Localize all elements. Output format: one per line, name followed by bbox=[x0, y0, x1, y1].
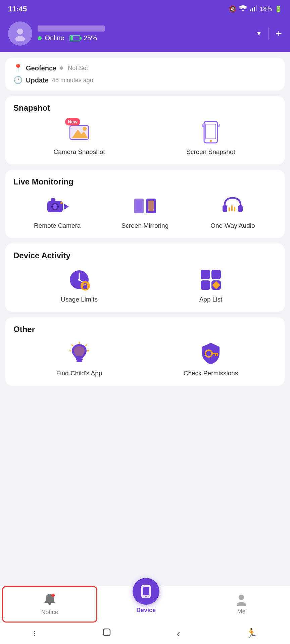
svg-rect-24 bbox=[136, 201, 142, 211]
app-list-label: App List bbox=[199, 296, 223, 303]
update-row: 🕐 Update 48 minutes ago bbox=[13, 76, 277, 85]
svg-point-21 bbox=[60, 202, 62, 204]
screen-snapshot-label: Screen Snapshot bbox=[186, 148, 235, 156]
app-list-item[interactable]: App List bbox=[145, 268, 277, 303]
find-childs-app-item[interactable]: Find Child's App bbox=[13, 341, 145, 377]
usage-limits-icon-box bbox=[67, 268, 91, 292]
nav-notice[interactable]: Notice bbox=[2, 586, 97, 623]
header-status: Online 25% bbox=[38, 34, 250, 42]
svg-point-5 bbox=[15, 36, 25, 41]
snapshot-title: Snapshot bbox=[13, 103, 277, 113]
svg-rect-20 bbox=[51, 198, 55, 202]
nav-me[interactable]: Me bbox=[195, 586, 288, 623]
status-icons: 🔇 18% 🔋 bbox=[229, 5, 282, 13]
one-way-audio-item[interactable]: One-Way Audio bbox=[189, 194, 277, 229]
header-controls[interactable]: ▼ + bbox=[256, 28, 282, 40]
me-label: Me bbox=[237, 608, 245, 615]
svg-rect-11 bbox=[206, 124, 216, 139]
remote-camera-item[interactable]: Remote Camera bbox=[13, 194, 101, 229]
geofence-value: Not Set bbox=[68, 65, 88, 72]
menu-button[interactable]: ⫶ bbox=[33, 629, 37, 638]
check-permissions-item[interactable]: Check Permissions bbox=[145, 341, 277, 377]
screen-mirroring-label: Screen Mirroring bbox=[122, 222, 168, 229]
one-way-audio-label: One-Way Audio bbox=[210, 222, 255, 229]
one-way-audio-icon-box bbox=[221, 194, 245, 218]
svg-rect-54 bbox=[48, 603, 51, 605]
svg-point-35 bbox=[78, 279, 80, 281]
update-value: 48 minutes ago bbox=[52, 77, 93, 84]
battery-percent: 18% bbox=[260, 6, 272, 13]
svg-rect-3 bbox=[256, 5, 257, 11]
snapshot-section: Snapshot New Camera Snapshot bbox=[5, 96, 285, 164]
svg-rect-39 bbox=[211, 270, 221, 279]
svg-marker-22 bbox=[64, 204, 69, 210]
check-permissions-label: Check Permissions bbox=[184, 370, 238, 377]
usage-limits-item[interactable]: Usage Limits bbox=[13, 268, 145, 303]
remote-camera-icon-box bbox=[45, 194, 69, 218]
home-button[interactable] bbox=[102, 628, 111, 639]
status-bar: 11:45 🔇 18% 🔋 bbox=[0, 0, 290, 17]
svg-point-60 bbox=[237, 602, 246, 606]
live-monitoring-section: Live Monitoring bbox=[5, 170, 285, 238]
remote-camera-label: Remote Camera bbox=[34, 222, 81, 229]
svg-point-4 bbox=[17, 29, 23, 35]
other-section: Other bbox=[5, 317, 285, 386]
header-divider bbox=[269, 28, 269, 40]
svg-rect-26 bbox=[148, 201, 154, 211]
nav-device[interactable]: Device bbox=[99, 583, 193, 619]
svg-point-55 bbox=[51, 594, 55, 597]
update-icon: 🕐 bbox=[13, 76, 22, 85]
dropdown-arrow-icon[interactable]: ▼ bbox=[256, 30, 262, 37]
signal-icon bbox=[250, 5, 257, 13]
battery-icon-status: 🔋 bbox=[275, 5, 282, 13]
svg-rect-57 bbox=[143, 587, 149, 595]
device-label: Device bbox=[136, 607, 156, 614]
screen-snapshot-item[interactable]: Screen Snapshot bbox=[145, 120, 277, 156]
find-childs-app-label: Find Child's App bbox=[56, 370, 102, 377]
svg-rect-1 bbox=[252, 8, 253, 11]
status-time: 11:45 bbox=[8, 5, 27, 13]
header: Online 25% ▼ + bbox=[0, 17, 290, 52]
screen-mirroring-icon-box bbox=[133, 194, 157, 218]
svg-point-19 bbox=[53, 204, 57, 209]
geofence-icon: 📍 bbox=[13, 64, 22, 72]
svg-rect-30 bbox=[231, 205, 233, 211]
svg-point-16 bbox=[210, 140, 212, 142]
device-fab[interactable] bbox=[133, 578, 159, 605]
svg-rect-27 bbox=[223, 205, 227, 212]
live-monitoring-grid: Remote Camera Screen Mirroring bbox=[13, 194, 277, 229]
android-nav: ⫶ ‹ 🏃 bbox=[0, 623, 290, 644]
device-activity-grid: Usage Limits App List bbox=[13, 268, 277, 303]
screen-snapshot-icon-box bbox=[199, 120, 223, 144]
header-name-bar bbox=[38, 25, 105, 32]
avatar bbox=[8, 21, 32, 46]
usage-limits-label: Usage Limits bbox=[61, 296, 98, 303]
svg-rect-43 bbox=[76, 358, 83, 360]
screen-mirroring-item[interactable]: Screen Mirroring bbox=[101, 194, 189, 229]
live-monitoring-title: Live Monitoring bbox=[13, 177, 277, 186]
bottom-nav: Notice Device Me bbox=[0, 586, 290, 623]
update-label: Update bbox=[26, 76, 49, 84]
accessibility-button[interactable]: 🏃 bbox=[246, 628, 257, 639]
svg-rect-40 bbox=[201, 280, 210, 290]
camera-snapshot-item[interactable]: New Camera Snapshot bbox=[13, 120, 145, 156]
notice-label: Notice bbox=[41, 609, 58, 616]
svg-point-9 bbox=[83, 127, 87, 131]
svg-line-47 bbox=[72, 345, 73, 346]
device-battery: 25% bbox=[69, 34, 97, 42]
add-button[interactable]: + bbox=[276, 28, 282, 39]
content-area: 📍 Geofence Not Set 🕐 Update 48 minutes a… bbox=[0, 58, 290, 391]
other-title: Other bbox=[13, 325, 277, 334]
svg-rect-2 bbox=[254, 7, 255, 11]
online-indicator: Online bbox=[38, 34, 64, 42]
device-activity-title: Device Activity bbox=[13, 251, 277, 260]
svg-rect-38 bbox=[201, 270, 210, 279]
back-button[interactable]: ‹ bbox=[177, 627, 180, 640]
check-permissions-icon-box bbox=[199, 341, 223, 366]
svg-rect-28 bbox=[238, 205, 243, 212]
header-info: Online 25% bbox=[38, 25, 250, 42]
other-grid: Find Child's App Check Perm bbox=[13, 341, 277, 377]
wifi-icon bbox=[239, 5, 247, 13]
svg-rect-31 bbox=[234, 207, 235, 211]
camera-snapshot-icon-box: New bbox=[67, 120, 91, 144]
